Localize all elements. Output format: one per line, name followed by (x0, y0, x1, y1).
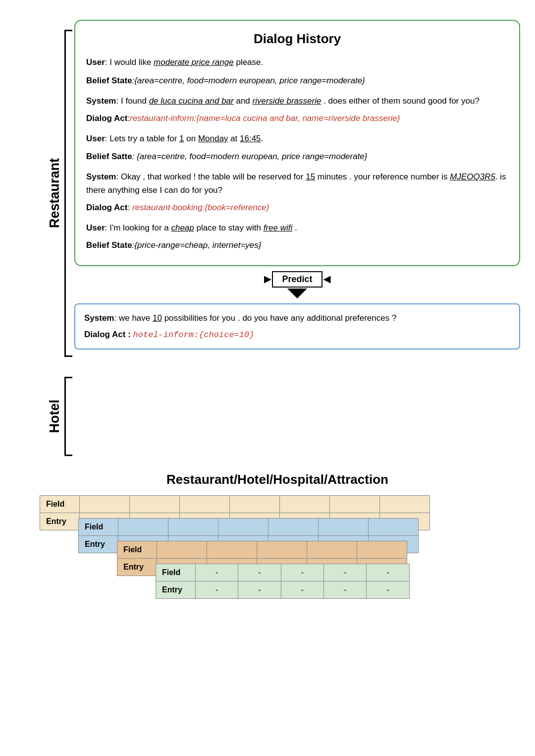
dialog-entry-7: System: Okay , that worked ! the table w… (86, 170, 508, 197)
table-cell: - (367, 564, 409, 582)
table-cell (257, 541, 307, 559)
hotel-dialog-act: Dialog Act : hotel-inform:{choice=10} (84, 328, 510, 342)
moderate-price-range: moderate price range (154, 58, 234, 67)
table-cell (168, 519, 218, 536)
predict-box: Predict ▶ ◀ (272, 271, 322, 288)
table-cell: Entry (117, 559, 157, 576)
arrow-down-shape (287, 289, 307, 298)
table-row: Field (40, 496, 430, 513)
table-title: Restaurant/Hotel/Hospital/Attraction (35, 472, 520, 487)
restaurant-label: Restaurant (47, 158, 62, 228)
dialog-entry-2: Belief State:{area=centre, food=modern e… (86, 74, 508, 87)
hotel-label-block: Hotel (47, 372, 72, 461)
hotel-user-entry: User: I'm looking for a cheap place to s… (86, 221, 508, 234)
table-cell: - (281, 564, 323, 582)
table-cell: Entry (40, 513, 80, 530)
dialog-content-col: Dialog History User: I would like modera… (74, 20, 520, 461)
table-cell (268, 519, 319, 536)
table-layer-green: Field - - - - - Entry - - - - - (156, 564, 410, 599)
table-cell: - (196, 564, 238, 582)
table-cell (330, 496, 380, 513)
left-labels: Restaurant Hotel (35, 20, 74, 461)
table-cell (218, 519, 268, 536)
dialog-entry-3: System: I found de luca cucina and bar a… (86, 94, 508, 108)
table-cell: - (238, 564, 281, 582)
dialog-history-section: Restaurant Hotel Dialog History User: I … (35, 20, 520, 461)
table-cell: Entry (156, 582, 196, 599)
table-cell: - (281, 582, 323, 599)
table-cell (380, 496, 430, 513)
table-row: Field (117, 541, 407, 559)
table-cell: Field (117, 541, 157, 559)
table-cell: Entry (79, 536, 118, 553)
dialog-entry-6: Belief Satte: {area=centre, food=modern … (86, 150, 508, 163)
dialog-entry-5: User: Lets try a table for 1 on Monday a… (86, 132, 508, 145)
table-cell (180, 496, 230, 513)
hotel-bracket (64, 377, 72, 456)
dialog-entry-4: Dialog Act:restaurant-inform:{name=luca … (86, 112, 508, 125)
table-cell: - (238, 582, 281, 599)
table-cell (130, 496, 180, 513)
table-cell: - (196, 582, 238, 599)
green-dialog-box: Dialog History User: I would like modera… (74, 20, 520, 266)
system-response-text: System: we have 10 possibilities for you… (84, 311, 510, 325)
table-cell (80, 496, 130, 513)
page-wrapper: Restaurant Hotel Dialog History User: I … (10, 10, 535, 659)
table-cell: Field (79, 519, 118, 536)
predict-arrow-block: Predict ▶ ◀ (272, 271, 322, 298)
predict-label: Predict (282, 274, 312, 284)
table-cell (118, 519, 168, 536)
restaurant-bracket (64, 30, 72, 357)
speaker-user-1: User (86, 58, 105, 67)
table-cell (307, 541, 357, 559)
table-cell (230, 496, 280, 513)
table-cell: - (323, 564, 366, 582)
table-cell: - (323, 582, 366, 599)
table-cell (369, 519, 419, 536)
table-cell: Field (40, 496, 80, 513)
table-cell (319, 519, 369, 536)
dialog-entry-1: User: I would like moderate price range … (86, 56, 508, 69)
table-cell (357, 541, 407, 559)
table-cell (157, 541, 207, 559)
dialog-entry-8: Dialog Act: restaurant-booking:{book=ref… (86, 201, 508, 214)
table-row: Field (79, 519, 419, 536)
stacked-tables-container: Field Entry (40, 495, 515, 649)
table-section: Restaurant/Hotel/Hospital/Attraction Fie… (35, 472, 520, 649)
table-cell: Field (156, 564, 196, 582)
table-row: Entry - - - - - (156, 582, 410, 599)
restaurant-label-block: Restaurant (47, 20, 72, 367)
hotel-label: Hotel (47, 400, 62, 433)
table-row: Field - - - - - (156, 564, 410, 582)
table-cell (207, 541, 257, 559)
system-response-box: System: we have 10 possibilities for you… (74, 303, 520, 349)
hotel-belief-entry: Belief State:{price-range=cheap, interne… (86, 238, 508, 252)
predict-container: Predict ▶ ◀ (74, 271, 520, 298)
table-cell: - (367, 582, 409, 599)
table-cell (280, 496, 330, 513)
dialog-title: Dialog History (86, 29, 508, 50)
